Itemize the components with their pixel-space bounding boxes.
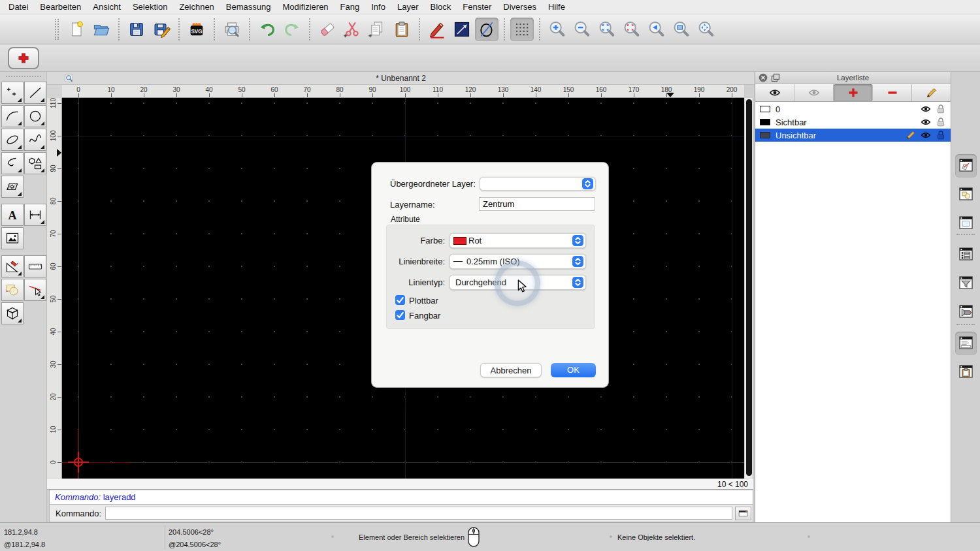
remove-layer-button[interactable] xyxy=(873,84,912,101)
polyline-tool-button[interactable] xyxy=(1,152,24,174)
zoom-pan-button[interactable] xyxy=(694,18,718,41)
modify-line-tool-button[interactable] xyxy=(24,279,46,301)
ellipse-tool-button[interactable] xyxy=(1,129,24,151)
boolean-ops-tool-button[interactable] xyxy=(1,279,24,301)
menu-hilfe[interactable]: Hilfe xyxy=(542,2,571,12)
add-layer-tool-button[interactable] xyxy=(8,47,39,69)
spline-tool-button[interactable] xyxy=(24,129,46,151)
dock-command-button[interactable] xyxy=(955,332,977,355)
edit-layer-button[interactable] xyxy=(912,84,951,101)
line-tool-button[interactable] xyxy=(450,18,474,41)
show-all-button[interactable] xyxy=(755,84,794,101)
solid-box-tool-button[interactable] xyxy=(1,302,24,324)
layername-input[interactable] xyxy=(479,197,595,211)
command-history-label: Kommando: xyxy=(55,492,101,502)
layer-lock-icon[interactable] xyxy=(936,104,946,114)
layer-lock-icon[interactable] xyxy=(936,117,946,127)
menu-selektion[interactable]: Selektion xyxy=(127,2,173,12)
measure-ruler-tool-button[interactable] xyxy=(24,255,46,277)
circle-slash-button[interactable] xyxy=(475,18,498,41)
vertical-scrollbar[interactable] xyxy=(744,98,753,479)
snappable-checkbox[interactable] xyxy=(395,310,405,320)
h-ruler-tick xyxy=(78,93,79,97)
layer-edit-icon[interactable] xyxy=(906,130,916,140)
arc-tool-button[interactable] xyxy=(1,105,24,127)
menu-fang[interactable]: Fang xyxy=(335,2,366,12)
dock-filter-button[interactable] xyxy=(955,272,977,295)
cancel-button[interactable]: Abbrechen xyxy=(480,363,542,377)
dock-lamp-button[interactable] xyxy=(955,300,977,324)
dock-library-button[interactable] xyxy=(955,212,977,235)
ok-button[interactable]: OK xyxy=(551,363,596,377)
layer-visible-icon[interactable] xyxy=(921,104,931,114)
zoom-select-button[interactable] xyxy=(620,18,644,41)
text-tool-button[interactable]: A xyxy=(1,204,24,226)
menu-block[interactable]: Block xyxy=(424,2,457,12)
cut-button[interactable] xyxy=(340,18,364,41)
open-folder-button[interactable] xyxy=(90,18,113,41)
layer-lock-icon[interactable] xyxy=(936,130,946,140)
float-panel-icon[interactable] xyxy=(771,73,780,82)
scroll-thumb[interactable] xyxy=(746,99,752,476)
dimension-tool-button[interactable] xyxy=(24,204,46,226)
plottable-checkbox[interactable] xyxy=(395,295,405,305)
close-panel-icon[interactable] xyxy=(759,73,768,82)
zoom-auto-button[interactable] xyxy=(595,18,619,41)
zoom-out-button[interactable] xyxy=(570,18,594,41)
menu-zeichnen[interactable]: Zeichnen xyxy=(173,2,220,12)
zoom-previous-button[interactable] xyxy=(645,18,668,41)
hatch-tool-button[interactable] xyxy=(1,176,24,198)
h-ruler-label: 100 xyxy=(395,86,415,93)
paste-button[interactable] xyxy=(390,18,414,41)
svg-export-button[interactable]: SVG xyxy=(185,18,208,41)
circle-tool-button[interactable] xyxy=(24,105,46,127)
menu-datei[interactable]: Datei xyxy=(3,2,34,12)
h-ruler-tick xyxy=(405,93,406,97)
hide-all-button[interactable] xyxy=(794,84,834,101)
save-button[interactable] xyxy=(125,18,148,41)
dock-blocks-button[interactable] xyxy=(955,183,977,206)
toolbar-drag-handle[interactable] xyxy=(55,19,59,40)
command-history-value: layeradd xyxy=(103,492,136,502)
copy-button[interactable] xyxy=(365,18,389,41)
menu-bearbeiten[interactable]: Bearbeiten xyxy=(34,2,87,12)
dock-layers-button[interactable] xyxy=(955,154,977,178)
save-as-button[interactable] xyxy=(150,18,173,41)
draw-tools-tool-button[interactable] xyxy=(1,255,24,277)
color-label: Farbe: xyxy=(385,236,445,245)
zoom-window-button[interactable] xyxy=(670,18,693,41)
dock-views-button[interactable] xyxy=(955,243,977,266)
redo-button[interactable] xyxy=(280,18,304,41)
layer-row[interactable]: Unsichtbar xyxy=(755,129,951,142)
h-ruler-tick xyxy=(601,93,602,97)
dock-clipboard-button[interactable] xyxy=(955,360,977,384)
add-layer-button[interactable] xyxy=(834,84,873,101)
menu-ansicht[interactable]: Ansicht xyxy=(87,2,127,12)
menu-diverses[interactable]: Diverses xyxy=(497,2,542,12)
new-file-button[interactable] xyxy=(65,18,88,41)
eraser-button[interactable] xyxy=(316,18,339,41)
command-widget-button[interactable] xyxy=(735,507,751,520)
color-select[interactable]: Rot xyxy=(449,233,586,248)
menu-fenster[interactable]: Fenster xyxy=(457,2,497,12)
grid-toggle-button[interactable] xyxy=(510,18,534,41)
points-tool-button[interactable] xyxy=(1,82,24,104)
palette-drag-handle[interactable] xyxy=(6,76,41,78)
menu-modifizieren[interactable]: Modifizieren xyxy=(277,2,335,12)
layer-visible-icon[interactable] xyxy=(921,117,931,127)
print-preview-button[interactable] xyxy=(220,18,244,41)
line-tool-button[interactable] xyxy=(24,82,46,104)
undo-button[interactable] xyxy=(255,18,279,41)
command-input[interactable] xyxy=(105,507,732,520)
menu-bemassung[interactable]: Bemassung xyxy=(220,2,277,12)
zoom-in-button[interactable] xyxy=(546,18,569,41)
menu-layer[interactable]: Layer xyxy=(391,2,425,12)
layer-row[interactable]: 0 xyxy=(755,102,951,116)
draw-pencil-button[interactable] xyxy=(425,18,449,41)
parent-layer-select[interactable] xyxy=(480,177,596,191)
menu-info[interactable]: Info xyxy=(365,2,391,12)
layer-visible-icon[interactable] xyxy=(921,130,931,140)
image-tool-button[interactable] xyxy=(1,227,24,249)
layer-row[interactable]: Sichtbar xyxy=(755,116,951,129)
shapes-tool-button[interactable] xyxy=(24,152,46,174)
